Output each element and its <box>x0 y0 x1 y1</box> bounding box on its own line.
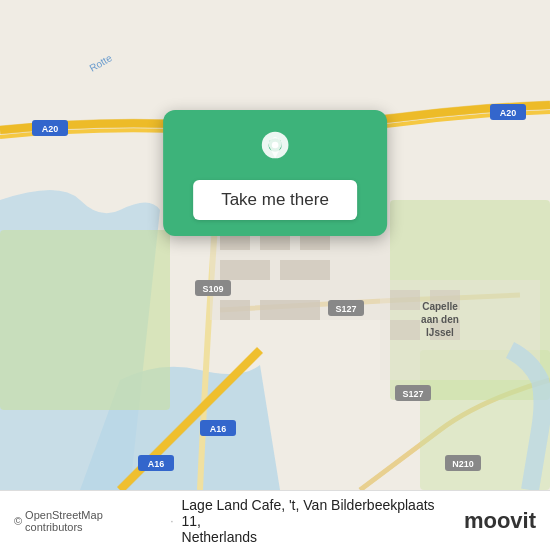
location-country: Netherlands <box>182 529 456 545</box>
bottom-bar: © OpenStreetMap contributors · Lage Land… <box>0 490 550 550</box>
location-name: Lage Land Cafe, 't, Van Bilderbeekplaats… <box>182 497 456 529</box>
svg-text:A16: A16 <box>210 424 227 434</box>
copyright-symbol: © <box>14 515 22 527</box>
svg-text:Capelle: Capelle <box>422 301 458 312</box>
svg-rect-14 <box>220 260 270 280</box>
svg-text:A20: A20 <box>42 124 59 134</box>
svg-text:A16: A16 <box>148 459 165 469</box>
svg-rect-1 <box>0 230 170 410</box>
svg-text:IJssel: IJssel <box>426 327 454 338</box>
app-container: A20 A20 20 A20 S109 A16 A16 S127 S127 N2… <box>0 0 550 550</box>
location-pin-icon <box>255 130 295 170</box>
popup-card: Take me there <box>163 110 387 236</box>
take-me-there-button[interactable]: Take me there <box>193 180 357 220</box>
map-background: A20 A20 20 A20 S109 A16 A16 S127 S127 N2… <box>0 0 550 490</box>
svg-text:aan den: aan den <box>421 314 459 325</box>
copyright-notice: © OpenStreetMap contributors <box>14 509 162 533</box>
svg-text:S109: S109 <box>202 284 223 294</box>
location-info: Lage Land Cafe, 't, Van Bilderbeekplaats… <box>182 497 456 545</box>
svg-rect-19 <box>390 290 420 310</box>
copyright-text: OpenStreetMap contributors <box>25 509 162 533</box>
svg-rect-16 <box>220 300 250 320</box>
moovit-logo: moovit <box>464 508 536 534</box>
moovit-logo-text: moovit <box>464 508 536 534</box>
svg-rect-21 <box>390 320 420 340</box>
divider: · <box>170 514 173 528</box>
svg-text:A20: A20 <box>500 108 517 118</box>
svg-text:S127: S127 <box>335 304 356 314</box>
svg-text:N210: N210 <box>452 459 474 469</box>
svg-text:S127: S127 <box>402 389 423 399</box>
svg-rect-17 <box>260 300 320 320</box>
svg-rect-15 <box>280 260 330 280</box>
map-area: A20 A20 20 A20 S109 A16 A16 S127 S127 N2… <box>0 0 550 490</box>
